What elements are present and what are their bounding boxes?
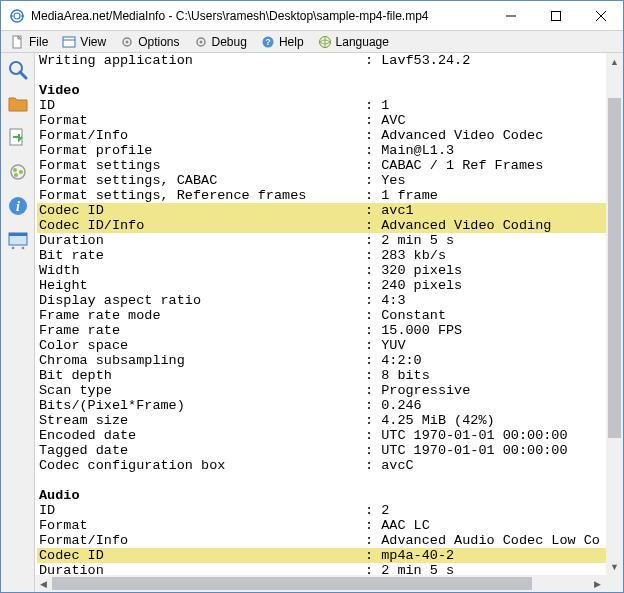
scroll-up-button[interactable]: ▲ [606, 53, 623, 70]
menu-debug-label: Debug [212, 35, 247, 49]
scroll-down-button[interactable]: ▼ [606, 558, 623, 575]
sidebar-about[interactable]: i [4, 192, 32, 220]
info-row: Codec ID: avc1 [37, 203, 606, 218]
gear-icon [120, 35, 134, 49]
info-row: Format settings, Reference frames: 1 fra… [37, 188, 606, 203]
horizontal-scrollbar[interactable]: ◀ ▶ [35, 575, 606, 592]
info-label: ID [37, 98, 365, 113]
chevron-left-icon: ◀ [40, 579, 47, 589]
info-label: Codec configuration box [37, 458, 365, 473]
info-value: : 2 min 5 s [365, 563, 606, 575]
info-value: : 15.000 FPS [365, 323, 606, 338]
info-value: : 2 [365, 503, 606, 518]
info-row: Height: 240 pixels [37, 278, 606, 293]
minimize-button[interactable] [488, 1, 533, 30]
info-row: Format profile: Main@L1.3 [37, 143, 606, 158]
svg-line-20 [20, 72, 26, 78]
hscroll-thumb[interactable] [52, 577, 532, 590]
info-value: : UTC 1970-01-01 00:00:00 [365, 428, 606, 443]
close-button[interactable] [578, 1, 623, 30]
view-icon [62, 35, 76, 49]
debug-icon [194, 35, 208, 49]
info-value: : Main@L1.3 [365, 143, 606, 158]
scroll-right-button[interactable]: ▶ [589, 575, 606, 592]
info-row: Writing application: Lavf53.24.2 [37, 53, 606, 68]
app-icon [9, 8, 25, 24]
info-value: : Advanced Audio Codec Low Co [365, 533, 606, 548]
menu-options[interactable]: Options [114, 34, 185, 50]
info-row [37, 473, 606, 488]
info-label: Writing application [37, 53, 365, 68]
sidebar-website[interactable] [4, 226, 32, 254]
menu-debug[interactable]: Debug [188, 34, 253, 50]
sidebar-open-file[interactable] [4, 56, 32, 84]
info-label: Height [37, 278, 365, 293]
info-row: Display aspect ratio: 4:3 [37, 293, 606, 308]
info-value: : YUV [365, 338, 606, 353]
info-label: ID [37, 503, 365, 518]
sidebar-export[interactable] [4, 124, 32, 152]
info-text[interactable]: Writing application: Lavf53.24.2 VideoID… [35, 53, 606, 575]
info-row: Tagged date: UTC 1970-01-01 00:00:00 [37, 443, 606, 458]
menu-view[interactable]: View [56, 34, 112, 50]
body: i Writing application: Lavf53.24.2 Video… [1, 53, 623, 592]
info-value: : Advanced Video Codec [365, 128, 606, 143]
section-header: Audio [37, 488, 80, 503]
section-header: Video [37, 83, 80, 98]
info-label: Codec ID [37, 203, 365, 218]
vscroll-track[interactable] [606, 70, 623, 558]
info-label: Codec ID/Info [37, 218, 365, 233]
info-value: : 4.25 MiB (42%) [365, 413, 606, 428]
file-icon [11, 35, 25, 49]
sidebar-open-folder[interactable] [4, 90, 32, 118]
info-value: : 2 min 5 s [365, 233, 606, 248]
menu-language[interactable]: Language [312, 34, 395, 50]
info-value: : 4:3 [365, 293, 606, 308]
info-row: Color space: YUV [37, 338, 606, 353]
info-row: Encoded date: UTC 1970-01-01 00:00:00 [37, 428, 606, 443]
titlebar[interactable]: MediaArea.net/MediaInfo - C:\Users\rames… [1, 1, 623, 31]
svg-point-30 [11, 247, 14, 250]
info-row: Chroma subsampling: 4:2:0 [37, 353, 606, 368]
menu-file[interactable]: File [5, 34, 54, 50]
info-row: Frame rate: 15.000 FPS [37, 323, 606, 338]
scroll-left-button[interactable]: ◀ [35, 575, 52, 592]
info-label: Duration [37, 233, 365, 248]
menu-help-label: Help [279, 35, 304, 49]
svg-rect-9 [63, 37, 75, 47]
info-value: : Constant [365, 308, 606, 323]
info-label: Bits/(Pixel*Frame) [37, 398, 365, 413]
maximize-button[interactable] [533, 1, 578, 30]
chevron-right-icon: ▶ [594, 579, 601, 589]
sidebar: i [1, 53, 35, 592]
menu-view-label: View [80, 35, 106, 49]
vertical-scrollbar[interactable]: ▲ ▼ [606, 53, 623, 575]
info-value: : Lavf53.24.2 [365, 53, 606, 68]
info-label: Format [37, 518, 365, 533]
menubar: File View Options Debug ? Help Language [1, 31, 623, 53]
info-row: Video [37, 83, 606, 98]
info-value: : Yes [365, 173, 606, 188]
svg-point-23 [13, 168, 17, 172]
info-row: Width: 320 pixels [37, 263, 606, 278]
info-value: : AAC LC [365, 518, 606, 533]
menu-help[interactable]: ? Help [255, 34, 310, 50]
info-row: Duration: 2 min 5 s [37, 563, 606, 575]
svg-point-24 [14, 173, 18, 177]
info-value: : 320 pixels [365, 263, 606, 278]
info-row: Bit rate: 283 kb/s [37, 248, 606, 263]
hscroll-track[interactable] [52, 575, 589, 592]
info-row: Codec ID: mp4a-40-2 [37, 548, 606, 563]
sidebar-preferences[interactable] [4, 158, 32, 186]
svg-rect-29 [9, 233, 27, 236]
info-row: Bits/(Pixel*Frame): 0.246 [37, 398, 606, 413]
vscroll-thumb[interactable] [608, 98, 621, 438]
info-row: Format: AVC [37, 113, 606, 128]
info-label: Chroma subsampling [37, 353, 365, 368]
info-value: : Advanced Video Coding [365, 218, 606, 233]
info-row: Format: AAC LC [37, 518, 606, 533]
svg-rect-5 [551, 11, 560, 20]
info-value: : 1 [365, 98, 606, 113]
info-row: Codec configuration box: avcC [37, 458, 606, 473]
info-label: Format settings, Reference frames [37, 188, 365, 203]
